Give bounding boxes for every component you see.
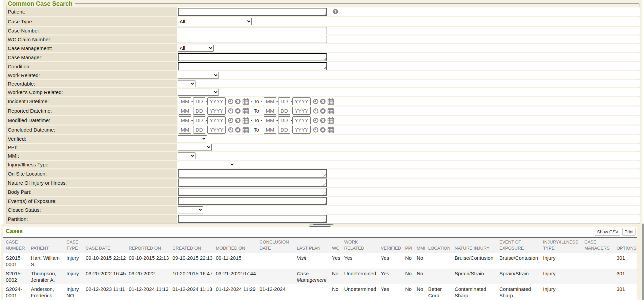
svg-text:?: ? [334, 9, 336, 14]
